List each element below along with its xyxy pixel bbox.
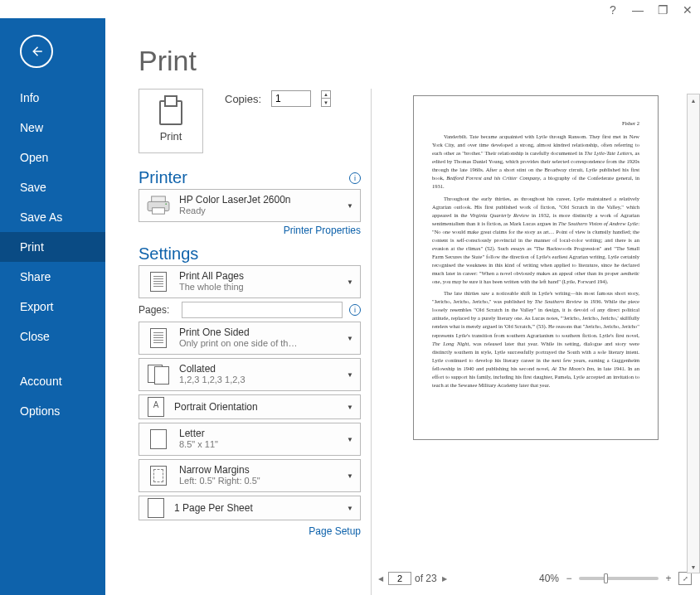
nav-options[interactable]: Options: [0, 396, 105, 426]
minimise-button[interactable]: —: [632, 4, 644, 16]
preview-page: Fisher 2 Vanderbilt. Tate became acquain…: [413, 95, 659, 440]
preview-paragraph: Throughout the early thirties, as throug…: [432, 195, 639, 287]
orientation-selector[interactable]: Portrait Orientation ▼: [139, 394, 361, 419]
printer-selector[interactable]: HP Color LaserJet 2600n Ready ▼: [139, 189, 361, 222]
pages-label: Pages:: [139, 304, 175, 316]
paper-subtitle: 8.5" x 11": [179, 439, 340, 451]
margins-selector[interactable]: Narrow Margins Left: 0.5" Right: 0.5" ▼: [139, 459, 361, 492]
copies-decrement[interactable]: ▼: [322, 99, 330, 106]
chevron-down-icon: ▼: [347, 202, 355, 210]
copies-input[interactable]: [271, 90, 311, 107]
backstage-sidebar: Info New Open Save Save As Print Share E…: [0, 18, 105, 595]
copies-label: Copies:: [225, 93, 261, 105]
svg-rect-2: [153, 208, 165, 214]
print-button[interactable]: Print: [139, 89, 203, 153]
page-single-side-icon: [144, 324, 173, 352]
nav-print[interactable]: Print: [0, 232, 105, 262]
collate-title: Collated: [179, 363, 340, 375]
collate-icon: [144, 360, 173, 389]
document-icon: [144, 268, 173, 296]
nav-close[interactable]: Close: [0, 322, 105, 351]
printer-device-icon: [144, 191, 173, 220]
paper-icon: [144, 425, 173, 453]
orientation-title: Portrait Orientation: [174, 401, 340, 413]
paper-size-selector[interactable]: Letter 8.5" x 11" ▼: [139, 423, 361, 456]
chevron-down-icon: ▼: [347, 278, 355, 286]
printer-name: HP Color LaserJet 2600n: [179, 194, 340, 206]
what-to-print-title: Print All Pages: [179, 270, 340, 282]
collate-selector[interactable]: Collated 1,2,3 1,2,3 1,2,3 ▼: [139, 358, 361, 391]
pages-per-sheet-title: 1 Page Per Sheet: [174, 502, 340, 514]
preview-scrollbar[interactable]: ▲ ▼: [687, 94, 700, 573]
page-title: Print: [139, 45, 700, 77]
settings-heading: Settings: [139, 244, 198, 264]
pages-per-sheet-selector[interactable]: 1 Page Per Sheet ▼: [139, 496, 361, 520]
chevron-down-icon: ▼: [347, 404, 355, 411]
titlebar: ? — ❐ ✕: [0, 0, 700, 18]
margins-subtitle: Left: 0.5" Right: 0.5": [179, 476, 340, 487]
chevron-down-icon: ▼: [347, 371, 355, 379]
current-page-input[interactable]: [388, 572, 411, 585]
maximise-button[interactable]: ❐: [657, 4, 668, 16]
nav-export[interactable]: Export: [0, 292, 105, 322]
help-icon[interactable]: ?: [607, 4, 619, 16]
nav-share[interactable]: Share: [0, 262, 105, 292]
printer-info-icon[interactable]: i: [349, 172, 361, 184]
chevron-down-icon: ▼: [347, 436, 355, 443]
printer-status: Ready: [179, 206, 340, 217]
preview-paragraph: Vanderbilt. Tate became acquainted with …: [432, 133, 639, 191]
printer-icon: [158, 100, 184, 125]
printer-properties-link[interactable]: Printer Properties: [139, 225, 361, 236]
pages-per-sheet-icon: [144, 496, 168, 520]
close-button[interactable]: ✕: [682, 4, 693, 16]
preview-paragraph: The late thirties saw a noticeable shift…: [432, 289, 639, 389]
back-button[interactable]: [20, 35, 53, 68]
next-page-button[interactable]: ▶: [440, 575, 449, 583]
page-setup-link[interactable]: Page Setup: [139, 525, 361, 537]
prev-page-button[interactable]: ◀: [377, 575, 385, 583]
zoom-out-button[interactable]: −: [564, 573, 574, 584]
pages-input[interactable]: [182, 302, 343, 318]
margins-icon: [144, 462, 173, 490]
page-of-label: of 23: [415, 573, 437, 584]
portrait-icon: [144, 395, 168, 418]
duplex-subtitle: Only print on one side of th…: [179, 338, 340, 350]
what-to-print-selector[interactable]: Print All Pages The whole thing ▼: [139, 265, 361, 298]
collate-subtitle: 1,2,3 1,2,3 1,2,3: [179, 375, 340, 386]
zoom-in-button[interactable]: +: [664, 573, 673, 584]
copies-increment[interactable]: ▲: [322, 91, 330, 99]
scroll-down-icon[interactable]: ▼: [688, 561, 699, 573]
duplex-title: Print One Sided: [179, 327, 340, 338]
print-preview: Fisher 2 Vanderbilt. Tate became acquain…: [372, 89, 700, 568]
nav-save[interactable]: Save: [0, 172, 105, 202]
nav-save-as[interactable]: Save As: [0, 202, 105, 232]
fit-to-page-button[interactable]: ⤢: [678, 572, 692, 585]
chevron-down-icon: ▼: [347, 505, 355, 512]
print-button-label: Print: [160, 130, 182, 143]
nav-account[interactable]: Account: [0, 366, 105, 396]
zoom-label: 40%: [539, 573, 559, 584]
arrow-left-icon: [29, 44, 44, 59]
nav-new[interactable]: New: [0, 113, 105, 143]
pages-info-icon[interactable]: i: [349, 304, 361, 316]
scroll-up-icon[interactable]: ▲: [688, 94, 699, 106]
printer-heading: Printer: [139, 168, 187, 187]
chevron-down-icon: ▼: [347, 472, 355, 480]
margins-title: Narrow Margins: [179, 464, 340, 476]
chevron-down-icon: ▼: [347, 335, 355, 342]
svg-point-3: [165, 203, 167, 205]
what-to-print-subtitle: The whole thing: [179, 282, 340, 293]
duplex-selector[interactable]: Print One Sided Only print on one side o…: [139, 322, 361, 355]
nav-open[interactable]: Open: [0, 143, 105, 172]
page-header: Fisher 2: [432, 119, 639, 128]
zoom-slider[interactable]: [579, 577, 659, 580]
nav-info[interactable]: Info: [0, 83, 105, 113]
paper-title: Letter: [179, 428, 340, 439]
